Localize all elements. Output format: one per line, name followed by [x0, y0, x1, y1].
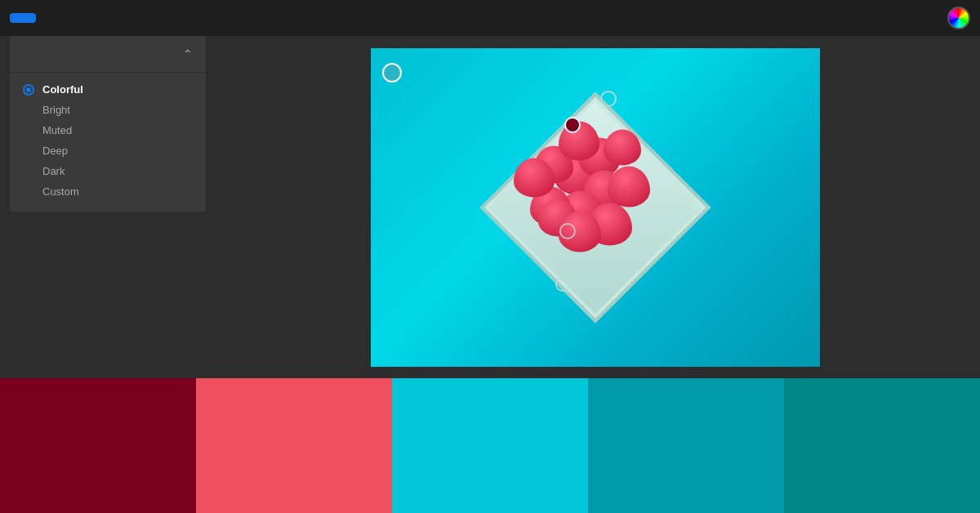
berry-cluster [489, 121, 702, 301]
mood-label-dark: Dark [42, 165, 65, 177]
mood-list: ColorfulBrightMutedDeepDarkCustom [10, 73, 206, 212]
mood-item-deep[interactable]: Deep [10, 141, 206, 161]
color-wheel-icon[interactable] [947, 7, 970, 29]
sample-dot-bottom[interactable] [555, 277, 570, 292]
mood-item-dark[interactable]: Dark [10, 161, 206, 181]
palette-swatch-cyan[interactable] [392, 378, 588, 513]
palette-swatch-teal-mid[interactable] [588, 378, 784, 513]
sample-dot-dark-red[interactable] [564, 117, 581, 133]
sample-dot-light-teal[interactable] [600, 91, 617, 107]
image-container [371, 48, 820, 367]
mood-label-deep: Deep [42, 145, 68, 157]
palette-strip [0, 378, 980, 513]
collapse-icon[interactable]: ⌃ [183, 47, 193, 60]
mood-item-custom[interactable]: Custom [10, 181, 206, 202]
mood-label-colorful: Colorful [42, 83, 83, 96]
sample-dot-pink[interactable] [559, 223, 576, 239]
sample-dot-teal[interactable] [382, 63, 402, 83]
mood-label-muted: Muted [42, 124, 72, 136]
mood-label-custom: Custom [42, 185, 79, 198]
palette-swatch-coral[interactable] [196, 378, 392, 513]
sidebar-panel: ⌃ ColorfulBrightMutedDeepDarkCustom [10, 36, 206, 212]
mood-item-bright[interactable]: Bright [10, 100, 206, 120]
mood-item-muted[interactable]: Muted [10, 120, 206, 141]
radio-icon [23, 84, 34, 96]
mood-item-colorful[interactable]: Colorful [10, 79, 206, 100]
save-button[interactable] [10, 13, 36, 23]
mood-label-bright: Bright [42, 104, 70, 116]
sidebar-header: ⌃ [10, 36, 206, 73]
palette-swatch-dark-teal[interactable] [784, 378, 980, 513]
image-canvas [371, 48, 820, 367]
palette-swatch-dark-red[interactable] [0, 378, 196, 513]
main-image-area [220, 36, 970, 378]
topbar [0, 0, 980, 36]
